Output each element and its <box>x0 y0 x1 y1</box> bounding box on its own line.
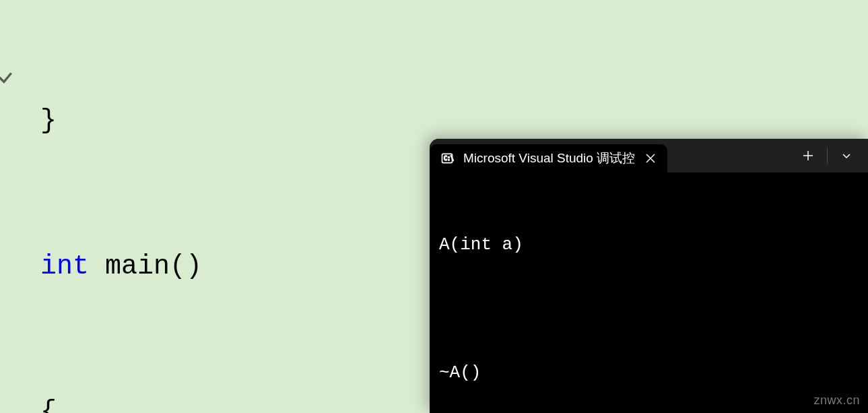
svg-text:C:\: C:\ <box>444 155 454 162</box>
code-keyword-int: int <box>40 251 89 282</box>
code-brace: } <box>40 106 57 136</box>
code-func-main: main() <box>89 251 202 282</box>
terminal-titlebar: C:\ Microsoft Visual Studio 调试控 <box>430 139 868 172</box>
dropdown-button[interactable] <box>828 139 865 172</box>
watermark: znwx.cn <box>813 393 860 408</box>
terminal-line: ~A() <box>439 360 859 385</box>
close-tab-button[interactable] <box>644 152 657 164</box>
terminal-window: C:\ Microsoft Visual Studio 调试控 <box>430 139 868 413</box>
code-brace-open: { <box>40 397 57 413</box>
terminal-tab[interactable]: C:\ Microsoft Visual Studio 调试控 <box>430 144 667 172</box>
new-tab-button[interactable] <box>789 139 827 172</box>
terminal-tab-title: Microsoft Visual Studio 调试控 <box>463 150 635 167</box>
terminal-icon: C:\ <box>440 152 454 165</box>
terminal-line: A(int a) <box>439 232 859 257</box>
gutter-checkmark-icon <box>0 69 14 86</box>
terminal-toolbar <box>789 139 868 172</box>
terminal-output[interactable]: A(int a) ~A() D:\code_C++\编译器优化\x64\Debu… <box>430 172 868 413</box>
